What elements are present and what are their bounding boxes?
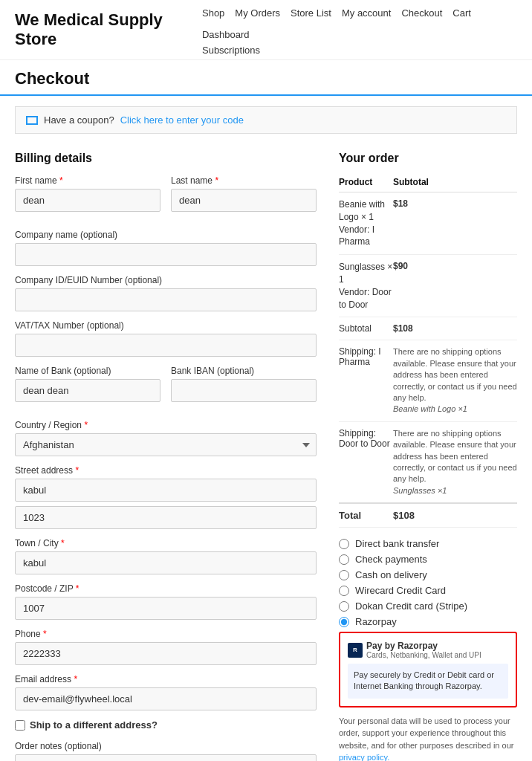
payment-label-bank: Direct bank transfer (355, 538, 439, 549)
bank-row: Name of Bank (optional) Bank IBAN (optio… (15, 366, 317, 411)
ship-different-label: Ship to a different address? (30, 719, 158, 731)
product-header: Product (339, 172, 393, 192)
country-select[interactable]: Afghanistan (15, 433, 317, 456)
order-notes-label: Order notes (optional) (15, 741, 317, 751)
bank-name-input[interactable] (15, 379, 160, 402)
order-item-2-name: Sunglasses × 1 Vendor: Door to Door (339, 255, 393, 317)
billing-column: Billing details First name * Last name *… (15, 152, 317, 761)
phone-label: Phone * (15, 629, 317, 639)
name-row: First name * Last name * (15, 175, 317, 221)
street-input-2[interactable] (15, 506, 317, 529)
nav-my-orders[interactable]: My Orders (235, 7, 280, 19)
payment-option-stripe: Dokan Credit card (Stripe) (339, 600, 517, 612)
coupon-icon (26, 116, 38, 125)
company-id-input[interactable] (15, 288, 317, 311)
razorpay-box: R Pay by Razorpay Cards, Netbanking, Wal… (339, 632, 517, 707)
city-group: Town / City * (15, 538, 317, 574)
shipping-door-note: There are no shipping options available.… (393, 421, 517, 503)
email-group: Email address * (15, 674, 317, 710)
privacy-notice: Your personal data will be used to proce… (339, 715, 517, 761)
nav-top: Shop My Orders Store List My account Che… (202, 7, 517, 40)
payment-option-cod: Cash on delivery (339, 569, 517, 580)
email-label: Email address * (15, 674, 317, 684)
total-value: $108 (393, 503, 517, 528)
company-name-input[interactable] (15, 243, 317, 266)
nav-store-list[interactable]: Store List (291, 7, 331, 19)
page-title-wrap: Checkout (0, 60, 532, 96)
city-input[interactable] (15, 551, 317, 574)
order-column-title: Your order (339, 152, 517, 165)
last-name-label: Last name * (171, 175, 317, 186)
postcode-label: Postcode / ZIP * (15, 583, 317, 594)
postcode-group: Postcode / ZIP * (15, 583, 317, 620)
razorpay-icon: R (348, 643, 363, 658)
nav-subscriptions[interactable]: Subscriptions (202, 45, 260, 56)
order-table: Product Subtotal Beanie with Logo × 1 Ve… (339, 172, 517, 528)
vat-label: VAT/TAX Number (optional) (15, 320, 317, 331)
street-group: Street address * (15, 465, 317, 529)
payment-radio-wirecard[interactable] (339, 586, 349, 596)
bank-name-group: Name of Bank (optional) (15, 366, 160, 402)
nav-my-account[interactable]: My account (342, 7, 391, 19)
first-name-input[interactable] (15, 189, 160, 212)
shipping-ipharma-label: Shipping: I Pharma (339, 340, 393, 421)
payment-radio-cod[interactable] (339, 570, 349, 580)
total-label: Total (339, 503, 393, 528)
payment-label-wirecard: Wirecard Credit Card (355, 585, 446, 596)
nav-dashboard[interactable]: Dashboard (202, 29, 250, 40)
vat-input[interactable] (15, 334, 317, 357)
country-group: Country / Region * Afghanistan (15, 420, 317, 456)
phone-input[interactable] (15, 642, 317, 665)
first-name-group: First name * (15, 175, 160, 212)
company-name-group: Company name (optional) (15, 230, 317, 266)
coupon-bar: Have a coupon? Click here to enter your … (15, 106, 517, 134)
payment-label-check: Check payments (355, 554, 427, 565)
nav-shop[interactable]: Shop (202, 7, 224, 19)
payment-label-razorpay: Razorpay (355, 616, 397, 627)
razorpay-cards-label: Cards, Netbanking, Wallet and UPI (366, 651, 481, 659)
company-id-label: Company ID/EUID Number (optional) (15, 275, 317, 285)
razorpay-desc: Pay securely by Credit or Debit card or … (348, 664, 508, 699)
vat-group: VAT/TAX Number (optional) (15, 320, 317, 357)
payment-methods: Direct bank transfer Check payments Cash… (339, 538, 517, 707)
phone-group: Phone * (15, 629, 317, 665)
nav-bottom: Subscriptions (202, 45, 517, 56)
bank-name-label: Name of Bank (optional) (15, 366, 160, 376)
nav-checkout[interactable]: Checkout (401, 7, 442, 19)
first-name-label: First name * (15, 175, 160, 186)
company-name-label: Company name (optional) (15, 230, 317, 240)
bank-iban-group: Bank IBAN (optional) (171, 366, 317, 402)
shipping-ipharma-note: There are no shipping options available.… (393, 340, 517, 421)
coupon-link[interactable]: Click here to enter your code (120, 114, 244, 126)
bank-iban-label: Bank IBAN (optional) (171, 366, 317, 376)
main-nav: Shop My Orders Store List My account Che… (202, 7, 517, 56)
payment-option-razorpay: Razorpay (339, 616, 517, 627)
postcode-input[interactable] (15, 597, 317, 620)
payment-option-bank: Direct bank transfer (339, 538, 517, 549)
order-item-1: Beanie with Logo × 1 Vendor: I Pharma $1… (339, 192, 517, 255)
razorpay-icon-letter: R (353, 647, 357, 653)
last-name-group: Last name * (171, 175, 317, 212)
street-input-1[interactable] (15, 479, 317, 502)
company-id-group: Company ID/EUID Number (optional) (15, 275, 317, 311)
order-item-2: Sunglasses × 1 Vendor: Door to Door $90 (339, 255, 517, 317)
ship-different-checkbox[interactable] (15, 720, 25, 731)
last-name-input[interactable] (171, 189, 317, 212)
bank-iban-input[interactable] (171, 379, 317, 402)
razorpay-pay-label: Pay by Razorpay (366, 641, 481, 651)
site-title: We Medical Supply Store (15, 7, 202, 50)
payment-radio-check[interactable] (339, 554, 349, 565)
total-row: Total $108 (339, 503, 517, 528)
payment-radio-razorpay[interactable] (339, 617, 349, 627)
street-label: Street address * (15, 465, 317, 476)
payment-radio-stripe[interactable] (339, 601, 349, 612)
shipping-door-label: Shipping: Door to Door (339, 421, 393, 503)
order-notes-input[interactable] (15, 754, 317, 761)
nav-cart[interactable]: Cart (452, 7, 471, 19)
city-label: Town / City * (15, 538, 317, 548)
order-notes-group: Order notes (optional) (15, 741, 317, 761)
subtotal-label: Subtotal (339, 317, 393, 340)
payment-radio-bank[interactable] (339, 539, 349, 549)
privacy-link[interactable]: privacy policy. (339, 753, 389, 761)
email-input[interactable] (15, 687, 317, 710)
